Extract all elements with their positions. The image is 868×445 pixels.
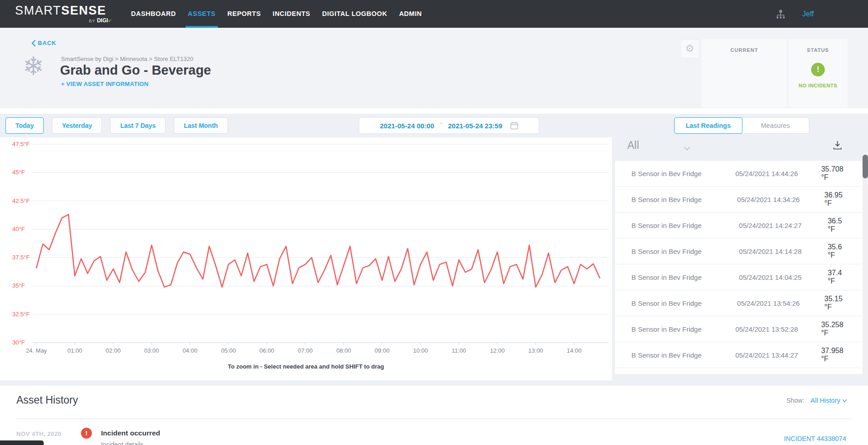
today-button[interactable]: Today — [5, 117, 44, 134]
x-axis-label: 02:00 — [106, 347, 121, 354]
table-row: B Sensor in Bev Fridge05/24/2021 13:54:2… — [615, 290, 863, 316]
asset-history-section: Asset History Show: All History NOV 4TH,… — [0, 386, 868, 445]
reading-value: 37.4 °F — [828, 269, 850, 285]
x-axis-label: 24. May — [26, 347, 47, 354]
reading-timestamp: 05/24/2021 14:14:28 — [739, 248, 828, 255]
nav-item-reports[interactable]: REPORTS — [225, 0, 263, 28]
date-range-buttons: TodayYesterdayLast 7 DaysLast Month — [5, 117, 228, 134]
user-menu[interactable]: Jeff — [802, 10, 814, 18]
gear-icon: ⚙ — [685, 43, 694, 55]
calendar-icon — [510, 121, 518, 130]
sensor-filter-dropdown[interactable]: All — [627, 139, 639, 152]
digi-green-mark: ✔ — [108, 18, 112, 23]
table-row: B Sensor in Bev Fridge05/24/2021 14:04:2… — [615, 264, 863, 290]
snowflake-icon: ❄ — [23, 51, 44, 81]
smartsense-logo[interactable]: SMARTSENSE BY DIGI✔ — [15, 5, 112, 23]
settings-button[interactable]: ⚙ — [680, 39, 699, 58]
reading-timestamp: 05/24/2021 13:54:26 — [737, 299, 824, 307]
cut-off-element — [0, 440, 44, 445]
y-axis-label: 45°F — [12, 169, 25, 176]
reading-timestamp: 05/24/2021 13:44:27 — [735, 351, 821, 359]
readings-table: B Sensor in Bev Fridge05/24/2021 14:44:2… — [615, 160, 863, 374]
temperature-chart: 30°F32.5°F35°F37.5°F40°F42.5°F45°F47.5°F… — [0, 137, 612, 380]
hierarchy-icon[interactable] — [775, 9, 786, 20]
reading-sensor-name: B Sensor in Bev Fridge — [631, 273, 739, 281]
x-axis-label: 05:00 — [221, 347, 236, 354]
line-chart-canvas: 30°F32.5°F35°F37.5°F40°F42.5°F45°F47.5°F… — [0, 137, 612, 380]
x-axis-label: 03:00 — [144, 347, 159, 354]
table-row: B Sensor in Bev Fridge05/24/2021 14:14:2… — [615, 238, 863, 264]
tab-last-readings[interactable]: Last Readings — [674, 117, 742, 134]
view-asset-information-link[interactable]: + VIEW ASSET INFORMATION — [61, 81, 148, 87]
table-row: B Sensor in Bev Fridge05/24/2021 14:44:2… — [615, 161, 863, 187]
page-title: Grab and Go - Beverage — [60, 63, 211, 78]
reading-value: 35.708 °F — [821, 165, 850, 182]
reading-timestamp: 05/24/2021 14:44:26 — [735, 170, 821, 177]
reading-sensor-name: B Sensor in Bev Fridge — [631, 248, 739, 255]
main-nav: DASHBOARDASSETSREPORTSINCIDENTSDIGITAL L… — [129, 0, 424, 28]
reading-timestamp: 05/24/2021 14:34:26 — [737, 196, 824, 203]
nav-item-incidents[interactable]: INCIDENTS — [270, 0, 313, 28]
reading-sensor-name: B Sensor in Bev Fridge — [631, 222, 739, 229]
table-row: B Sensor in Bev Fridge05/24/2021 14:24:2… — [615, 212, 863, 238]
reading-sensor-name: B Sensor in Bev Fridge — [631, 325, 735, 333]
chart-toolbar: TodayYesterdayLast 7 DaysLast Month 2021… — [0, 114, 612, 137]
y-axis-label: 40°F — [12, 226, 25, 233]
nav-item-admin[interactable]: ADMIN — [397, 0, 424, 28]
reading-sensor-name: B Sensor in Bev Fridge — [631, 299, 737, 307]
section-divider-strip — [0, 380, 868, 386]
reading-value: 35.6 °F — [828, 243, 850, 259]
event-subtitle: Incident details — [101, 441, 143, 445]
history-filter-dropdown[interactable]: All History — [811, 397, 847, 404]
current-panel: CURRENT — [701, 39, 787, 107]
y-axis-label: 42.5°F — [12, 197, 30, 204]
event-date: NOV 4TH, 2020 — [16, 430, 61, 437]
asset-history-title: Asset History — [16, 394, 78, 406]
status-panel: STATUS ! NO INCIDENTS — [788, 39, 848, 107]
user-area: Jeff — [775, 0, 814, 28]
table-row: B Sensor in Bev Fridge05/24/2021 14:34:2… — [615, 187, 863, 212]
event-title: Incident occurred — [101, 429, 160, 437]
reading-timestamp: 05/24/2021 14:04:25 — [739, 273, 828, 281]
nav-item-digital-logbook[interactable]: DIGITAL LOGBOOK — [320, 0, 389, 28]
temperature-series-line — [36, 215, 600, 287]
asset-header: BACK ❄ SmartSense by Digi > Minnesota > … — [0, 28, 868, 108]
y-axis-label: 47.5°F — [12, 141, 30, 147]
tab-measures[interactable]: Measures — [742, 118, 809, 133]
yesterday-button[interactable]: Yesterday — [52, 117, 102, 134]
x-axis-label: 14:00 — [567, 347, 582, 354]
date-range-picker[interactable]: 2021-05-24 00:00 ~ 2021-05-24 23:59 — [359, 117, 539, 134]
y-axis-label: 37.5°F — [12, 254, 30, 261]
reading-sensor-name: B Sensor in Bev Fridge — [631, 351, 735, 359]
incident-alert-icon: ! — [81, 428, 92, 439]
x-axis-label: 07:00 — [298, 347, 313, 354]
last-month-button[interactable]: Last Month — [174, 117, 228, 134]
nav-item-dashboard[interactable]: DASHBOARD — [129, 0, 178, 28]
logo-wordmark: SMARTSENSE — [15, 5, 112, 17]
top-navigation-bar: SMARTSENSE BY DIGI✔ DASHBOARDASSETSREPOR… — [0, 0, 868, 28]
y-axis-label: 35°F — [12, 282, 25, 289]
back-button[interactable]: BACK — [31, 40, 56, 46]
reading-value: 35.15 °F — [824, 295, 850, 311]
reading-sensor-name: B Sensor in Bev Fridge — [631, 170, 735, 177]
y-axis-label: 30°F — [12, 339, 25, 346]
x-axis-label: 10:00 — [413, 347, 428, 354]
x-axis-label: 13:00 — [528, 347, 543, 354]
last-7-days-button[interactable]: Last 7 Days — [110, 117, 166, 134]
current-label: CURRENT — [701, 47, 787, 53]
status-badge: NO INCIDENTS — [788, 83, 848, 88]
back-label: BACK — [38, 40, 56, 46]
readings-scrollbar-thumb[interactable] — [863, 155, 868, 178]
divider — [16, 419, 852, 419]
history-filter: Show: All History — [787, 397, 847, 404]
table-row: B Sensor in Bev Fridge05/24/2021 13:44:2… — [615, 342, 863, 368]
x-axis-label: 01:00 — [67, 347, 82, 354]
chevron-left-icon — [31, 40, 35, 46]
reading-timestamp: 05/24/2021 13:52:28 — [735, 325, 821, 333]
logo-byline: BY DIGI✔ — [15, 18, 112, 23]
incident-link[interactable]: INCIDENT 44338074 — [784, 435, 846, 442]
readings-scrollbar-track — [863, 155, 868, 374]
nav-item-assets[interactable]: ASSETS — [186, 0, 218, 28]
download-icon[interactable] — [833, 140, 843, 150]
x-axis-label: 04:00 — [182, 347, 197, 354]
